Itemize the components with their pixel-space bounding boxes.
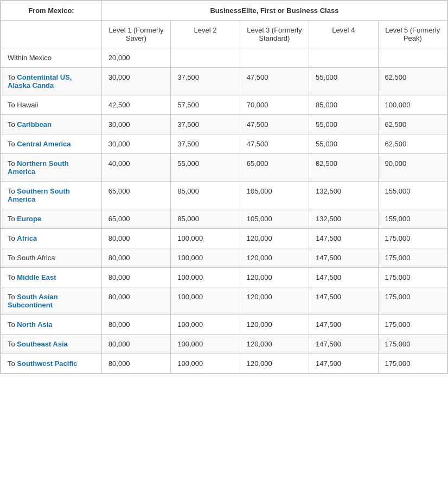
destination-link[interactable]: Central America xyxy=(17,140,71,148)
cell-level3: 70,000 xyxy=(240,95,309,115)
cell-level4 xyxy=(309,48,378,68)
cell-level1: 80,000 xyxy=(101,248,170,268)
destination-link[interactable]: Southeast Asia xyxy=(17,340,67,348)
award-chart-table: From Mexico: BusinessElite, First or Bus… xyxy=(1,1,447,374)
destination-link[interactable]: South Asian Subcontinent xyxy=(8,293,58,309)
cell-level1: 80,000 xyxy=(101,229,170,248)
destination-cell: To South Africa xyxy=(1,248,102,268)
destination-cell: To Central America xyxy=(1,134,102,154)
cell-level5: 175,000 xyxy=(378,287,447,315)
cell-level2: 100,000 xyxy=(171,229,240,248)
cell-level3: 120,000 xyxy=(240,335,309,354)
table-row: To Africa80,000100,000120,000147,500175,… xyxy=(1,229,447,248)
table-row: To Europe65,00085,000105,000132,500155,0… xyxy=(1,209,447,229)
cell-level2: 55,000 xyxy=(171,154,240,182)
cell-level4: 55,000 xyxy=(309,134,378,154)
cell-level5: 175,000 xyxy=(378,315,447,335)
header-destination-empty xyxy=(1,21,102,48)
destination-cell: To Hawaii xyxy=(1,95,102,115)
table-row: To South Asian Subcontinent80,000100,000… xyxy=(1,287,447,315)
table-row: To Middle East80,000100,000120,000147,50… xyxy=(1,268,447,287)
cell-level2: 37,500 xyxy=(171,68,240,95)
cell-level1: 42,500 xyxy=(101,95,170,115)
destination-link[interactable]: Caribbean xyxy=(17,120,52,128)
cell-level4: 147,500 xyxy=(309,248,378,268)
cell-level1: 80,000 xyxy=(101,354,170,374)
cell-level3: 47,500 xyxy=(240,134,309,154)
table-row: To Southwest Pacific80,000100,000120,000… xyxy=(1,354,447,374)
cell-level3: 120,000 xyxy=(240,354,309,374)
cell-level2: 85,000 xyxy=(171,209,240,229)
destination-link[interactable]: Southern South America xyxy=(8,187,70,203)
table-row: To Hawaii42,50057,50070,00085,000100,000 xyxy=(1,95,447,115)
cell-level3: 120,000 xyxy=(240,248,309,268)
cell-level4: 147,500 xyxy=(309,335,378,354)
table-row: To Southern South America65,00085,000105… xyxy=(1,182,447,209)
cell-level2: 100,000 xyxy=(171,268,240,287)
cell-level2: 100,000 xyxy=(171,248,240,268)
cell-level5: 62,500 xyxy=(378,68,447,95)
cell-level1: 80,000 xyxy=(101,268,170,287)
destination-cell: To Contentintal US, Alaska Canda xyxy=(1,68,102,95)
cell-level5: 175,000 xyxy=(378,354,447,374)
cell-level5: 175,000 xyxy=(378,248,447,268)
cell-level3: 105,000 xyxy=(240,209,309,229)
cell-level1: 80,000 xyxy=(101,315,170,335)
table-row: Within Mexico20,000 xyxy=(1,48,447,68)
award-chart-container: From Mexico: BusinessElite, First or Bus… xyxy=(0,0,448,374)
destination-link[interactable]: Africa xyxy=(17,234,37,242)
from-label: From Mexico: xyxy=(28,7,74,15)
cell-level3: 47,500 xyxy=(240,68,309,95)
destination-link[interactable]: Europe xyxy=(17,215,41,223)
destination-link[interactable]: North Asia xyxy=(17,320,52,329)
cell-level4: 55,000 xyxy=(309,68,378,95)
cell-level5: 175,000 xyxy=(378,335,447,354)
cell-level1: 80,000 xyxy=(101,287,170,315)
destination-link[interactable]: Northern South America xyxy=(8,159,69,176)
destination-link[interactable]: Contentintal US, Alaska Canda xyxy=(8,73,72,89)
cell-level4: 147,500 xyxy=(309,315,378,335)
cell-level2: 100,000 xyxy=(171,335,240,354)
cell-level5: 175,000 xyxy=(378,268,447,287)
cell-level2: 100,000 xyxy=(171,287,240,315)
cell-level3: 120,000 xyxy=(240,229,309,248)
cell-level1: 80,000 xyxy=(101,335,170,354)
cell-level3: 120,000 xyxy=(240,287,309,315)
destination-cell: To Caribbean xyxy=(1,115,102,134)
cell-level3: 120,000 xyxy=(240,315,309,335)
cell-level1: 30,000 xyxy=(101,115,170,134)
table-row: To Central America30,00037,50047,50055,0… xyxy=(1,134,447,154)
cell-level2: 57,500 xyxy=(171,95,240,115)
table-body: Within Mexico20,000To Contentintal US, A… xyxy=(1,48,447,374)
destination-link[interactable]: Southwest Pacific xyxy=(17,359,77,368)
cell-level1: 40,000 xyxy=(101,154,170,182)
cell-level4: 147,500 xyxy=(309,354,378,374)
header-level5: Level 5 (Formerly Peak) xyxy=(378,21,447,48)
cell-level5: 155,000 xyxy=(378,182,447,209)
destination-cell: To Europe xyxy=(1,209,102,229)
header-level1: Level 1 (Formerly Saver) xyxy=(101,21,170,48)
cell-level5: 62,500 xyxy=(378,134,447,154)
cell-level5: 62,500 xyxy=(378,115,447,134)
destination-cell: To North Asia xyxy=(1,315,102,335)
cell-level1: 20,000 xyxy=(101,48,170,68)
cell-level4: 55,000 xyxy=(309,115,378,134)
cell-level3: 120,000 xyxy=(240,268,309,287)
cell-level3 xyxy=(240,48,309,68)
table-row: To South Africa80,000100,000120,000147,5… xyxy=(1,248,447,268)
cell-level5: 175,000 xyxy=(378,229,447,248)
cell-level3: 47,500 xyxy=(240,115,309,134)
destination-cell: Within Mexico xyxy=(1,48,102,68)
cell-level2: 100,000 xyxy=(171,315,240,335)
destination-cell: To Southern South America xyxy=(1,182,102,209)
table-row: To Caribbean30,00037,50047,50055,00062,5… xyxy=(1,115,447,134)
table-row: To Southeast Asia80,000100,000120,000147… xyxy=(1,335,447,354)
cell-level4: 85,000 xyxy=(309,95,378,115)
destination-link[interactable]: Middle East xyxy=(17,273,56,281)
cell-level2 xyxy=(171,48,240,68)
cell-level5 xyxy=(378,48,447,68)
header-level4: Level 4 xyxy=(309,21,378,48)
header-main-row: From Mexico: BusinessElite, First or Bus… xyxy=(1,1,447,21)
table-row: To Northern South America40,00055,00065,… xyxy=(1,154,447,182)
cell-level4: 147,500 xyxy=(309,268,378,287)
